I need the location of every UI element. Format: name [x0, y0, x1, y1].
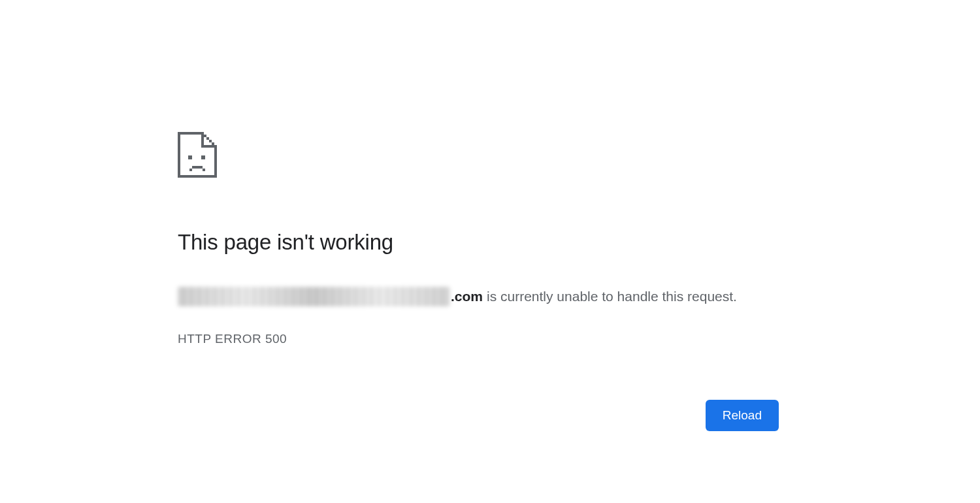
error-message: .com is currently unable to handle this … [178, 286, 779, 307]
svg-rect-9 [214, 145, 217, 148]
svg-rect-15 [189, 169, 192, 171]
svg-rect-6 [206, 137, 209, 140]
svg-rect-13 [201, 155, 205, 159]
svg-rect-14 [192, 166, 203, 169]
svg-rect-2 [178, 175, 217, 178]
svg-rect-8 [212, 142, 214, 145]
svg-rect-16 [203, 169, 205, 171]
error-message-text: is currently unable to handle this reque… [487, 286, 737, 307]
svg-rect-7 [209, 140, 212, 142]
http-error-code: HTTP ERROR 500 [178, 332, 779, 346]
domain-suffix: .com [451, 286, 483, 307]
actions-bar: Reload [178, 400, 779, 431]
reload-button[interactable]: Reload [706, 400, 779, 431]
sad-file-icon [178, 132, 779, 180]
svg-rect-5 [204, 135, 206, 137]
error-heading: This page isn't working [178, 230, 779, 255]
svg-rect-1 [178, 132, 180, 178]
error-container: This page isn't working .com is currentl… [178, 0, 779, 431]
svg-rect-0 [178, 132, 204, 135]
svg-rect-12 [188, 155, 192, 159]
svg-rect-11 [201, 145, 214, 148]
redacted-hostname [178, 287, 449, 306]
svg-rect-3 [214, 145, 217, 178]
svg-rect-4 [201, 132, 204, 135]
